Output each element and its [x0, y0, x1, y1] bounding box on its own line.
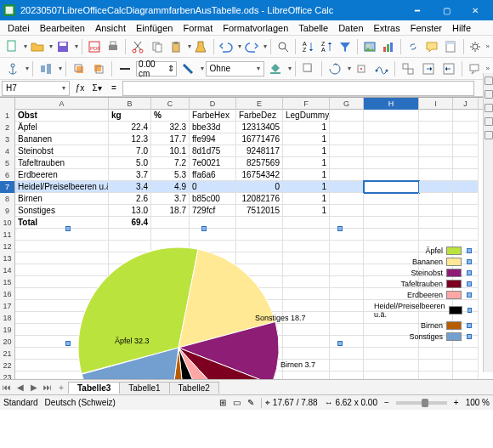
cell[interactable]: 729fcf [190, 205, 236, 217]
cell[interactable] [364, 133, 419, 145]
menu-bearbeiten[interactable]: Bearbeiten [36, 22, 89, 34]
cell[interactable]: 9248117 [236, 145, 283, 157]
column-header-B[interactable]: B [109, 98, 151, 110]
minimize-button[interactable]: ━ [403, 0, 432, 20]
bring-front-button[interactable] [70, 60, 88, 78]
cell[interactable] [364, 205, 419, 217]
cell[interactable] [330, 145, 364, 157]
open-button[interactable] [29, 37, 46, 56]
maximize-button[interactable]: ▢ [432, 0, 461, 20]
line-style-combo[interactable]: Ohne▾ [206, 61, 265, 77]
cell[interactable] [236, 217, 283, 229]
row-header-12[interactable]: 12 [0, 241, 15, 252]
cell[interactable] [364, 371, 419, 379]
column-header-D[interactable]: D [190, 98, 236, 110]
sheet-tab-Tabelle1[interactable]: Tabelle1 [119, 382, 169, 394]
cell[interactable]: 16754342 [236, 169, 283, 181]
menu-tabelle[interactable]: Tabelle [294, 22, 332, 34]
sidebar-navigator-icon[interactable] [484, 117, 493, 126]
cell[interactable] [364, 217, 419, 229]
cell[interactable]: Obst [15, 110, 109, 122]
insert-link-button[interactable] [405, 37, 422, 56]
cell[interactable]: FarbeHex [190, 110, 236, 122]
align-objects-button[interactable] [37, 60, 55, 78]
cell[interactable] [453, 110, 479, 122]
cell[interactable]: 3.4 [109, 181, 151, 193]
row-header-11[interactable]: 11 [0, 229, 15, 241]
cell[interactable]: 0 [190, 181, 236, 193]
cell[interactable] [453, 133, 479, 145]
cell[interactable]: 10.1 [151, 145, 190, 157]
cell[interactable] [283, 217, 330, 229]
column-header-H[interactable]: H [364, 98, 419, 110]
menu-hilfe[interactable]: Hilfe [448, 22, 475, 34]
cell[interactable] [419, 157, 453, 169]
cell[interactable]: 7.0 [109, 145, 151, 157]
menu-datei[interactable]: Datei [3, 22, 34, 34]
print-button[interactable] [105, 37, 122, 56]
cell[interactable] [330, 157, 364, 169]
send-back-button[interactable] [89, 60, 108, 78]
row-header-22[interactable]: 22 [0, 360, 15, 371]
cell[interactable] [330, 205, 364, 217]
cell[interactable]: Äpfel [15, 122, 109, 133]
cell[interactable]: 69.4 [109, 217, 151, 229]
insert-comment-button[interactable] [423, 37, 440, 56]
find-button[interactable] [275, 37, 292, 56]
zoom-slider[interactable] [396, 401, 447, 405]
row-header-4[interactable]: 4 [0, 145, 15, 157]
cell[interactable]: 13.0 [109, 205, 151, 217]
cell[interactable] [419, 193, 453, 205]
cell[interactable]: Tafeltrauben [15, 157, 109, 169]
row-header-20[interactable]: 20 [0, 336, 15, 348]
pie-chart-object[interactable]: Äpfel 32.3Bananen 17.7Steinobst 10.1Tafe… [68, 229, 340, 379]
cell[interactable] [330, 193, 364, 205]
spreadsheet-grid[interactable]: ABCDEFGHIJ 1Obstkg%FarbeHexFarbeDezLegDu… [0, 97, 493, 379]
cell[interactable] [453, 181, 479, 193]
undo-button[interactable] [218, 37, 235, 56]
enter-group-button[interactable] [419, 60, 438, 78]
row-header-17[interactable]: 17 [0, 300, 15, 312]
clone-format-button[interactable] [193, 37, 210, 56]
cell[interactable]: 7512015 [236, 205, 283, 217]
cell[interactable] [330, 133, 364, 145]
status-insert-mode[interactable]: ⊞ [219, 398, 226, 407]
copy-button[interactable] [148, 37, 165, 56]
row-header-21[interactable]: 21 [0, 348, 15, 360]
headers-footers-button[interactable] [442, 37, 459, 56]
sort-asc-button[interactable]: AZ [299, 37, 316, 56]
zoom-value[interactable]: 100 % [466, 398, 490, 407]
caption-button[interactable] [466, 60, 484, 78]
cell[interactable] [419, 181, 453, 193]
menu-extras[interactable]: Extras [370, 22, 405, 34]
cell[interactable] [419, 229, 453, 241]
line-width-input[interactable]: 0.00 cm⇕ [136, 61, 177, 77]
cell[interactable]: kg [109, 110, 151, 122]
cell[interactable]: 8d1d75 [190, 145, 236, 157]
insert-image-button[interactable] [361, 37, 378, 56]
menu-ansicht[interactable]: Ansicht [91, 22, 130, 34]
cell[interactable]: Steinobst [15, 145, 109, 157]
cell[interactable] [419, 122, 453, 133]
cell[interactable] [419, 360, 453, 371]
row-header-7[interactable]: 7 [0, 181, 15, 193]
cell[interactable] [364, 193, 419, 205]
cell[interactable] [364, 110, 419, 122]
anchor-button[interactable] [3, 60, 22, 78]
shadow-button[interactable] [299, 60, 318, 78]
row-header-8[interactable]: 8 [0, 193, 15, 205]
cell[interactable] [419, 205, 453, 217]
column-header-F[interactable]: F [283, 98, 330, 110]
cell[interactable] [364, 348, 419, 360]
cell[interactable]: 1 [283, 205, 330, 217]
sidebar-styles-icon[interactable] [484, 90, 493, 99]
cell[interactable] [419, 371, 453, 379]
cell[interactable]: 1 [283, 181, 330, 193]
column-header-I[interactable]: I [419, 98, 453, 110]
cell[interactable] [453, 217, 479, 229]
cell[interactable]: 1 [283, 169, 330, 181]
cell[interactable] [453, 348, 479, 360]
cell[interactable]: Sonstiges [15, 205, 109, 217]
row-header-1[interactable]: 1 [0, 110, 15, 122]
cell[interactable]: 12.3 [109, 133, 151, 145]
